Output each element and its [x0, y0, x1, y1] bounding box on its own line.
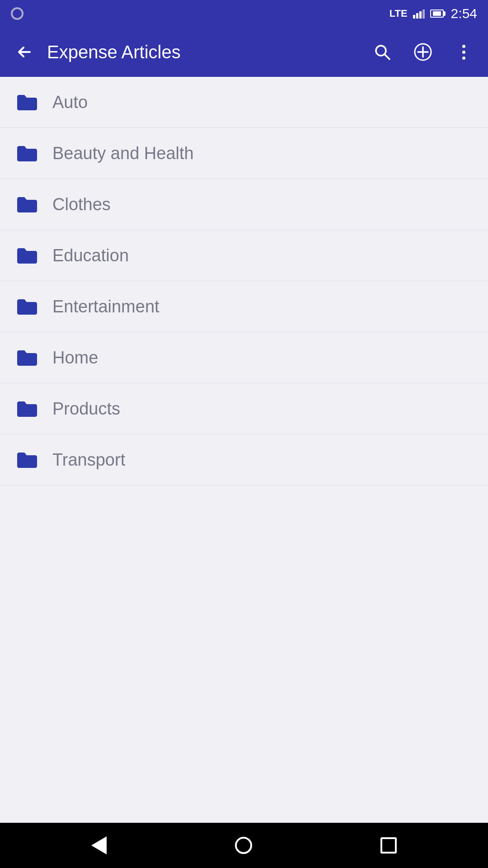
- item-label: Clothes: [52, 195, 111, 214]
- back-button[interactable]: [11, 38, 38, 66]
- lte-label: LTE: [389, 8, 408, 19]
- folder-icon: [14, 447, 40, 472]
- signal-bars-icon: [413, 9, 425, 19]
- add-button[interactable]: [409, 38, 436, 66]
- item-label: Entertainment: [52, 297, 160, 316]
- list-item-transport[interactable]: Transport: [0, 434, 488, 486]
- home-circle-icon: [235, 837, 252, 854]
- search-button[interactable]: [369, 38, 396, 66]
- app-bar-actions: [369, 38, 477, 66]
- folder-icon: [14, 192, 40, 217]
- app-bar: Expense Articles: [0, 27, 488, 77]
- item-label: Beauty and Health: [52, 144, 194, 163]
- signal-dot-icon: [11, 7, 23, 20]
- more-dots-icon: [462, 42, 465, 62]
- list-item-clothes[interactable]: Clothes: [0, 179, 488, 230]
- list-item-entertainment[interactable]: Entertainment: [0, 281, 488, 332]
- item-label: Products: [52, 399, 120, 419]
- folder-icon: [14, 396, 40, 421]
- folder-icon: [14, 294, 40, 319]
- status-bar: LTE 2:54: [0, 0, 488, 27]
- nav-home-button[interactable]: [235, 837, 252, 854]
- item-label: Transport: [52, 450, 125, 470]
- status-right: LTE 2:54: [389, 6, 477, 21]
- status-time: 2:54: [451, 6, 477, 21]
- folder-icon: [14, 141, 40, 166]
- bottom-nav: [0, 823, 488, 868]
- battery-icon: [430, 9, 446, 18]
- folder-icon: [14, 345, 40, 370]
- list-item-auto[interactable]: Auto: [0, 77, 488, 128]
- page-title: Expense Articles: [47, 42, 360, 62]
- folder-icon: [14, 243, 40, 268]
- category-list: Auto Beauty and Health Clothes: [0, 77, 488, 823]
- list-item-home[interactable]: Home: [0, 332, 488, 383]
- status-left: [11, 7, 23, 20]
- item-label: Auto: [52, 93, 88, 112]
- folder-icon: [14, 90, 40, 115]
- list-item-beauty-and-health[interactable]: Beauty and Health: [0, 128, 488, 179]
- list-item-education[interactable]: Education: [0, 230, 488, 281]
- svg-line-1: [385, 55, 390, 60]
- list-item-products[interactable]: Products: [0, 383, 488, 434]
- item-label: Home: [52, 348, 98, 368]
- back-triangle-icon: [91, 836, 107, 854]
- item-label: Education: [52, 246, 129, 265]
- nav-recents-button[interactable]: [380, 837, 397, 854]
- nav-back-button[interactable]: [91, 836, 107, 854]
- recents-square-icon: [380, 837, 397, 854]
- more-button[interactable]: [450, 38, 477, 66]
